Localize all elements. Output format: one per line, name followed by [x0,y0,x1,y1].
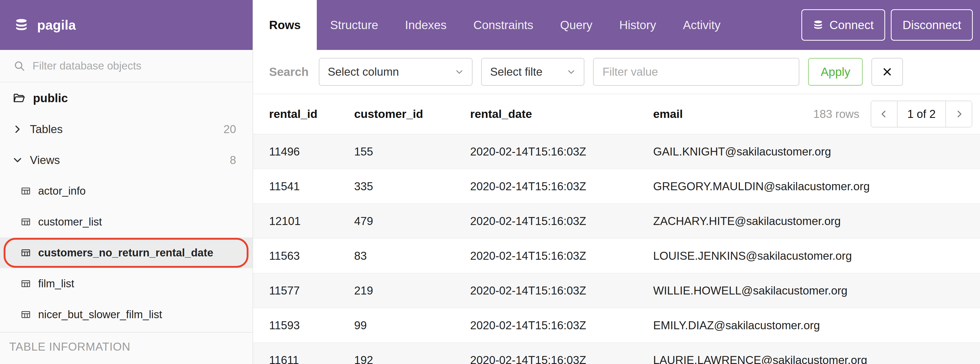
cell-rental-id: 11496 [269,145,354,158]
view-label: customers_no_return_rental_date [38,247,213,259]
column-select-value: Select column [328,65,399,78]
group-label: Views [30,154,60,166]
next-page-button[interactable] [946,101,972,127]
cell-customer-id: 99 [354,319,470,332]
cell-rental-date: 2020-02-14T15:16:03Z [470,319,653,332]
tab-bar: Rows Structure Indexes Constraints Query… [253,0,980,50]
sidebar: pagila public [0,0,253,364]
tab-bar-spacer [734,0,801,50]
sidebar-item-customers-no-return-rental-date[interactable]: customers_no_return_rental_date [0,237,253,268]
table-row[interactable]: 12101 479 2020-02-14T15:16:03Z ZACHARY.H… [253,204,980,239]
connect-button-label: Connect [829,18,873,32]
pagination: 1 of 2 [871,101,972,127]
table-header-controls: 183 rows 1 of 2 [813,101,972,127]
sidebar-header: pagila [0,0,253,50]
cell-rental-id: 11593 [269,319,354,332]
page-indicator: 1 of 2 [897,101,946,127]
tab-rows[interactable]: Rows [253,0,317,50]
chevron-left-icon [879,109,889,119]
cell-email: GREGORY.MAULDIN@sakilacustomer.org [653,180,980,193]
cell-customer-id: 219 [354,284,470,297]
column-header-rental-id[interactable]: rental_id [269,108,354,121]
search-icon [13,60,25,72]
cell-email: ZACHARY.HITE@sakilacustomer.org [653,215,980,228]
close-icon [882,66,892,77]
tab-activity[interactable]: Activity [670,0,734,50]
table-row[interactable]: 11611 192 2020-02-14T15:16:03Z LAURIE.LA… [253,343,980,364]
chevron-down-icon [567,68,576,76]
column-header-rental-date[interactable]: rental_date [470,108,653,121]
table-grid-icon [21,186,31,196]
table-row[interactable]: 11563 83 2020-02-14T15:16:03Z LOUISE.JEN… [253,239,980,274]
connect-button[interactable]: Connect [801,9,885,41]
tab-history[interactable]: History [606,0,670,50]
schema-row-public[interactable]: public [0,82,253,114]
prev-page-button[interactable] [871,101,897,127]
table-grid-icon [21,309,31,320]
table-grid-icon [21,217,31,227]
table-grid-icon [21,248,31,258]
chevron-right-icon [13,125,22,134]
sidebar-item-nicer-but-slower-film-list[interactable]: nicer_but_slower_film_list [0,299,253,330]
cell-rental-date: 2020-02-14T15:16:03Z [470,215,653,228]
filter-type-select[interactable]: Select filte [481,58,584,86]
view-label: film_list [38,277,74,290]
table-information-heading: TABLE INFORMATION [0,332,253,353]
apply-button[interactable]: Apply [808,58,863,86]
view-label: actor_info [38,185,86,197]
table-row[interactable]: 11577 219 2020-02-14T15:16:03Z WILLIE.HO… [253,274,980,308]
tab-query[interactable]: Query [547,0,606,50]
cell-customer-id: 479 [354,215,470,228]
cell-email: LOUISE.JENKINS@sakilacustomer.org [653,250,980,262]
filter-objects-input[interactable] [32,60,242,72]
chevron-down-icon [13,155,22,165]
cell-email: LAURIE.LAWRENCE@sakilacustomer.org [653,354,980,364]
table-header: rental_id customer_id rental_date email … [253,94,980,135]
search-label: Search [269,65,309,79]
group-count: 8 [230,154,236,166]
chevron-right-icon [954,109,964,119]
tab-structure[interactable]: Structure [317,0,392,50]
table-row[interactable]: 11593 99 2020-02-14T15:16:03Z EMILY.DIAZ… [253,308,980,343]
sidebar-item-customer-list[interactable]: customer_list [0,206,253,237]
cell-customer-id: 192 [354,354,470,364]
app-root: pagila public [0,0,980,364]
sidebar-group-tables[interactable]: Tables 20 [0,114,253,145]
cell-rental-date: 2020-02-14T15:16:03Z [470,284,653,297]
cell-customer-id: 83 [354,250,470,262]
cell-rental-date: 2020-02-14T15:16:03Z [470,250,653,262]
cell-email: GAIL.KNIGHT@sakilacustomer.org [653,145,980,158]
cell-rental-date: 2020-02-14T15:16:03Z [470,145,653,158]
sidebar-item-film-list[interactable]: film_list [0,268,253,299]
cell-rental-id: 11563 [269,250,354,262]
cell-rental-id: 12101 [269,215,354,228]
schema-label: public [33,91,68,105]
column-header-customer-id[interactable]: customer_id [354,108,470,121]
sidebar-group-views[interactable]: Views 8 [0,145,253,176]
cell-rental-date: 2020-02-14T15:16:03Z [470,180,653,193]
column-select[interactable]: Select column [319,58,473,86]
cell-email: WILLIE.HOWELL@sakilacustomer.org [653,284,980,297]
table-row[interactable]: 11541 335 2020-02-14T15:16:03Z GREGORY.M… [253,169,980,204]
table-grid-icon [21,279,31,289]
tab-constraints[interactable]: Constraints [460,0,547,50]
cell-email: EMILY.DIAZ@sakilacustomer.org [653,319,980,332]
sidebar-filter-row [0,50,253,82]
database-icon [813,20,823,30]
cell-customer-id: 335 [354,180,470,193]
cell-rental-date: 2020-02-14T15:16:03Z [470,354,653,364]
row-count-label: 183 rows [813,108,859,120]
filter-value-input[interactable] [593,58,799,86]
table-row[interactable]: 11496 155 2020-02-14T15:16:03Z GAIL.KNIG… [253,135,980,169]
sidebar-item-actor-info[interactable]: actor_info [0,176,253,206]
main-panel: Rows Structure Indexes Constraints Query… [253,0,980,364]
filter-type-select-value: Select filte [490,65,542,78]
chevron-down-icon [455,68,464,76]
table-body: 11496 155 2020-02-14T15:16:03Z GAIL.KNIG… [253,135,980,364]
disconnect-button[interactable]: Disconnect [891,9,973,41]
clear-filter-button[interactable] [872,58,903,86]
filter-bar: Search Select column Select filte App [253,50,980,94]
database-logo-icon [14,18,29,32]
tab-indexes[interactable]: Indexes [391,0,460,50]
view-label: nicer_but_slower_film_list [38,309,162,321]
